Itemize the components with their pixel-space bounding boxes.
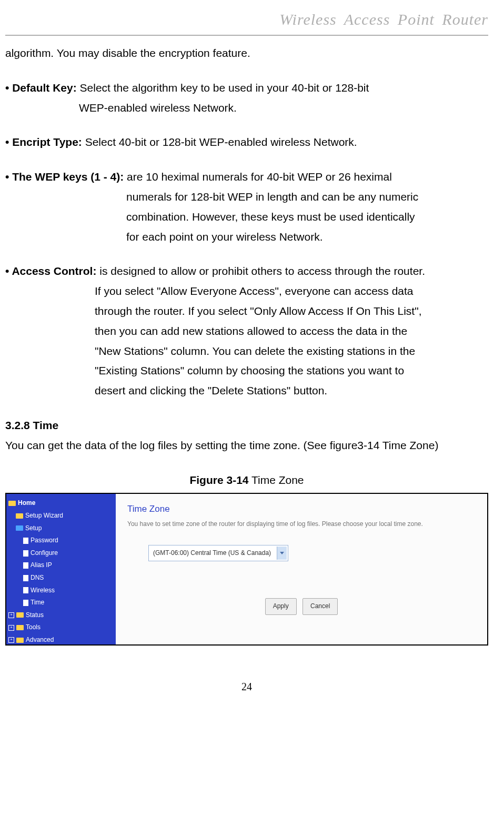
sidebar-label: Advanced <box>26 634 54 646</box>
sidebar-item-alias-ip[interactable]: Alias IP <box>8 559 114 572</box>
wep-keys-label: • The WEP keys (1 - 4): <box>5 171 124 183</box>
access-control-line2: If you select "Allow Everyone Access", e… <box>95 281 488 301</box>
wep-keys-line2: numerals for 128-bit WEP in length and c… <box>126 187 488 207</box>
sidebar-label: Configure <box>31 548 58 559</box>
file-icon <box>23 562 28 569</box>
timezone-select-value: (GMT-06:00) Central Time (US & Canada) <box>153 549 271 557</box>
sidebar-item-wireless[interactable]: Wireless <box>8 584 114 597</box>
wep-keys-line3: combination. However, these keys must be… <box>126 207 488 227</box>
access-control-line7: desert and clicking the "Delete Stations… <box>95 381 488 401</box>
sidebar: Home Setup Wizard Setup Password Configu… <box>6 494 116 644</box>
default-key-label: • Default Key: <box>5 82 77 94</box>
expand-icon[interactable]: + <box>8 637 14 643</box>
panel-title: Time Zone <box>127 501 476 518</box>
apply-button[interactable]: Apply <box>265 598 297 615</box>
sidebar-label: Tools <box>26 622 41 633</box>
folder-icon <box>16 625 24 630</box>
sidebar-item-dns[interactable]: DNS <box>8 572 114 584</box>
wep-keys-line4: for each point on your wireless Network. <box>126 227 488 247</box>
page-number: 24 <box>5 677 488 696</box>
access-control-line6: "Existing Stations" column by choosing t… <box>95 361 488 381</box>
encript-type-text: Select 40-bit or 128-bit WEP-enabled wir… <box>82 136 357 148</box>
sidebar-item-time[interactable]: Time <box>8 597 114 609</box>
intro-text: algorithm. You may disable the encryptio… <box>5 43 488 63</box>
figure-caption-rest: Time Zone <box>249 474 304 486</box>
wep-keys-line1: are 10 heximal numerals for 40-bit WEP o… <box>124 171 392 183</box>
folder-icon <box>16 612 24 618</box>
sidebar-item-configure[interactable]: Configure <box>8 547 114 560</box>
sidebar-label: Status <box>26 610 44 621</box>
chevron-down-icon <box>280 552 284 554</box>
sidebar-label: Alias IP <box>31 560 52 571</box>
file-icon <box>23 538 28 544</box>
sidebar-item-tools[interactable]: +Tools <box>8 621 114 634</box>
folder-icon <box>8 501 16 506</box>
file-icon <box>23 550 28 557</box>
sidebar-label: Setup Wizard <box>25 510 63 522</box>
access-control-line3: through the router. If you select "Only … <box>95 301 488 321</box>
figure-caption-bold: Figure 3-14 <box>189 474 248 486</box>
folder-icon <box>16 638 24 643</box>
figure-screenshot: Home Setup Wizard Setup Password Configu… <box>5 493 488 646</box>
sidebar-item-status[interactable]: +Status <box>8 609 114 622</box>
file-icon <box>23 587 28 593</box>
expand-icon[interactable]: + <box>8 625 14 631</box>
sidebar-item-setup-wizard[interactable]: Setup Wizard <box>8 510 114 522</box>
default-key-line2: WEP-enabled wireless Network. <box>79 98 488 118</box>
content-panel: Time Zone You have to set time zone of t… <box>116 494 487 644</box>
sidebar-item-setup[interactable]: Setup <box>8 522 114 535</box>
bullet-wep-keys: • The WEP keys (1 - 4): are 10 heximal n… <box>5 167 488 246</box>
header-title: Wireless Access Point Router <box>5 5 488 36</box>
bullet-default-key: • Default Key: Select the algorithm key … <box>5 78 488 118</box>
timezone-select[interactable]: (GMT-06:00) Central Time (US & Canada) <box>148 545 288 562</box>
access-control-line5: "New Stations" column. You can delete th… <box>95 341 488 361</box>
sidebar-label: DNS <box>31 572 44 584</box>
figure-caption: Figure 3-14 Time Zone <box>5 470 488 490</box>
sidebar-label: Home <box>18 498 35 509</box>
file-icon <box>23 575 28 581</box>
access-control-line4: then you can add new stations allowed to… <box>95 321 488 341</box>
bullet-encript-type: • Encript Type: Select 40-bit or 128-bit… <box>5 132 488 152</box>
default-key-line1: Select the algorithm key to be used in y… <box>77 82 369 94</box>
sidebar-item-password[interactable]: Password <box>8 534 114 547</box>
sidebar-label: Setup <box>25 523 42 534</box>
sidebar-item-advanced[interactable]: +Advanced <box>8 634 114 646</box>
panel-description: You have to set time zone of the router … <box>127 519 476 530</box>
encript-type-label: • Encript Type: <box>5 136 82 148</box>
sidebar-item-home[interactable]: Home <box>8 497 114 510</box>
expand-icon[interactable]: + <box>8 612 14 618</box>
file-icon <box>23 600 28 606</box>
access-control-label: • Access Control: <box>5 265 96 277</box>
sidebar-label: Wireless <box>31 585 55 597</box>
sidebar-label: Password <box>31 535 58 547</box>
folder-icon <box>16 525 23 531</box>
folder-icon <box>16 513 23 519</box>
sidebar-label: Time <box>31 597 44 609</box>
access-control-line1: is designed to allow or prohibit others … <box>96 265 425 277</box>
section-body: You can get the data of the log files by… <box>5 435 488 455</box>
bullet-access-control: • Access Control: is designed to allow o… <box>5 261 488 401</box>
cancel-button[interactable]: Cancel <box>303 598 338 615</box>
section-heading: 3.2.8 Time <box>5 415 488 435</box>
